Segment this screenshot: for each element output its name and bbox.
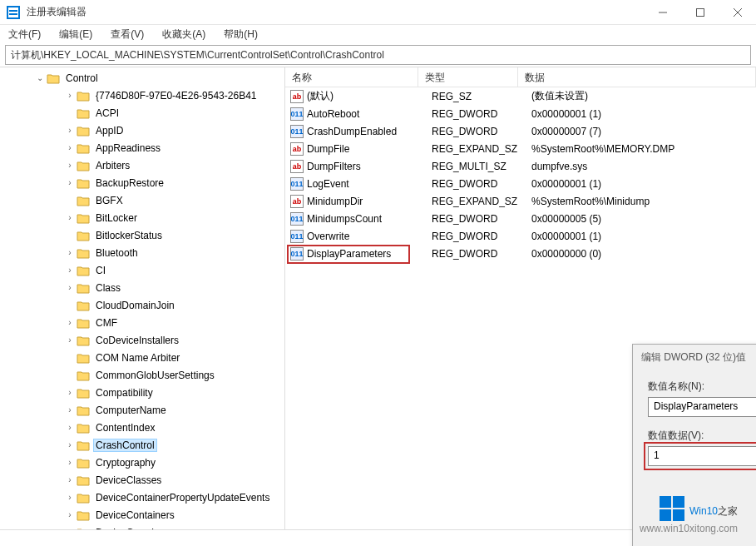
expander-icon[interactable] [65, 108, 75, 118]
tree-item[interactable]: ›ContentIndex [65, 419, 284, 436]
tree-item[interactable]: BitlockerStatus [65, 226, 284, 244]
expander-icon[interactable]: › [65, 510, 75, 520]
expander-icon[interactable]: › [65, 388, 75, 398]
windows-logo-icon [660, 496, 684, 521]
tree-item[interactable]: BGFX [65, 191, 284, 209]
tree-item[interactable]: ›CrashControl [65, 436, 284, 454]
tree-item[interactable]: ›Cryptography [65, 454, 284, 471]
tree-item[interactable]: ›Bluetooth [65, 244, 284, 261]
col-type[interactable]: 类型 [418, 67, 518, 87]
tree-item[interactable]: CloudDomainJoin [65, 296, 284, 314]
expander-icon[interactable]: ⌄ [35, 73, 45, 83]
expander-icon[interactable]: › [65, 423, 75, 433]
value-type: REG_DWORD [432, 248, 531, 260]
tree-item-label: DeviceClasses [93, 474, 164, 487]
expander-icon[interactable]: › [65, 475, 75, 485]
value-type: REG_EXPAND_SZ [432, 143, 531, 155]
tree-item[interactable]: ›CI [65, 261, 284, 279]
expander-icon[interactable] [65, 353, 75, 363]
list-row[interactable]: ab(默认)REG_SZ(数值未设置) [285, 87, 756, 105]
tree-item-label: CloudDomainJoin [93, 299, 177, 312]
folder-icon [77, 195, 90, 206]
close-button[interactable] [719, 0, 756, 25]
menu-edit[interactable]: 编辑(E) [56, 26, 96, 43]
tree-item[interactable]: ›DeviceClasses [65, 471, 284, 489]
list-row[interactable]: abMinidumpDirREG_EXPAND_SZ%SystemRoot%\M… [285, 192, 756, 210]
expander-icon[interactable]: › [65, 266, 75, 275]
tree-item[interactable]: CommonGlobUserSettings [65, 366, 284, 384]
folder-icon [77, 387, 90, 399]
tree-item-label: ACPI [93, 107, 121, 120]
folder-icon [77, 247, 90, 259]
tree-item[interactable]: COM Name Arbiter [65, 349, 284, 366]
col-name[interactable]: 名称 [285, 67, 418, 87]
tree-item[interactable]: ›{7746D80F-97E0-4E26-9543-26B41 [65, 87, 284, 104]
data-input[interactable]: 1 [648, 446, 756, 466]
tree-item-label: Cryptography [93, 456, 158, 469]
value-type: REG_DWORD [432, 126, 531, 137]
expander-icon[interactable]: › [65, 91, 75, 101]
expander-icon[interactable] [65, 196, 75, 206]
expander-icon[interactable]: › [65, 283, 75, 293]
minimize-button[interactable] [644, 0, 681, 25]
expander-icon[interactable] [65, 370, 75, 380]
expander-icon[interactable]: › [65, 440, 75, 450]
list-row[interactable]: abDumpFileREG_EXPAND_SZ%SystemRoot%\MEMO… [285, 140, 756, 157]
list-panel[interactable]: 名称 类型 数据 ab(默认)REG_SZ(数值未设置)011AutoReboo… [285, 67, 756, 529]
tree-item-label: ComputerName [93, 404, 169, 417]
address-bar[interactable]: 计算机\HKEY_LOCAL_MACHINE\SYSTEM\CurrentCon… [5, 45, 751, 65]
expander-icon[interactable]: › [65, 126, 75, 136]
expander-icon[interactable]: › [65, 318, 75, 328]
tree-item[interactable]: ›Compatibility [65, 384, 284, 401]
list-row[interactable]: 011DisplayParametersREG_DWORD0x00000000 … [285, 245, 756, 262]
folder-icon [77, 317, 90, 329]
folder-icon [77, 492, 90, 504]
tree-item[interactable]: ›AppID [65, 122, 284, 139]
dword-value-icon: 011 [290, 247, 304, 261]
tree-item[interactable]: ›DeviceContainers [65, 506, 284, 524]
expander-icon[interactable]: › [65, 248, 75, 258]
expander-icon[interactable] [65, 231, 75, 241]
tree-item[interactable]: ›ComputerName [65, 401, 284, 419]
tree-item[interactable]: ›DeviceContainerPropertyUpdateEvents [65, 489, 284, 506]
expander-icon[interactable] [65, 528, 75, 530]
maximize-button[interactable] [681, 0, 719, 25]
tree-item[interactable]: ›Class [65, 279, 284, 296]
tree-panel[interactable]: ⌄ Control ›{7746D80F-97E0-4E26-9543-26B4… [0, 67, 285, 529]
menu-view[interactable]: 查看(V) [107, 26, 147, 43]
tree-item[interactable]: ›BitLocker [65, 209, 284, 226]
expander-icon[interactable]: › [65, 335, 75, 345]
list-row[interactable]: 011OverwriteREG_DWORD0x00000001 (1) [285, 227, 756, 245]
expander-icon[interactable]: › [65, 493, 75, 503]
expander-icon[interactable]: › [65, 405, 75, 415]
tree-item[interactable]: ›Arbiters [65, 156, 284, 174]
string-value-icon: ab [290, 142, 304, 156]
expander-icon[interactable] [65, 300, 75, 310]
expander-icon[interactable]: › [65, 143, 75, 153]
list-row[interactable]: 011CrashDumpEnabledREG_DWORD0x00000007 (… [285, 122, 756, 140]
list-row[interactable]: abDumpFiltersREG_MULTI_SZdumpfve.sys [285, 157, 756, 175]
menu-file[interactable]: 文件(F) [5, 26, 44, 43]
tree-item[interactable]: ›AppReadiness [65, 139, 284, 156]
expander-icon[interactable]: › [65, 178, 75, 188]
name-input[interactable]: DisplayParameters [648, 397, 756, 417]
expander-icon[interactable]: › [65, 213, 75, 223]
dword-value-icon: 011 [290, 230, 304, 243]
value-name: DisplayParameters [307, 248, 432, 260]
expander-icon[interactable]: › [65, 161, 75, 171]
tree-item[interactable]: ›CoDeviceInstallers [65, 331, 284, 349]
list-row[interactable]: 011LogEventREG_DWORD0x00000001 (1) [285, 175, 756, 192]
list-row[interactable]: 011AutoRebootREG_DWORD0x00000001 (1) [285, 105, 756, 122]
tree-item[interactable]: ACPI [65, 104, 284, 122]
col-data[interactable]: 数据 [518, 67, 756, 87]
tree-parent[interactable]: ⌄ Control [35, 69, 284, 87]
folder-icon [77, 335, 90, 346]
expander-icon[interactable]: › [65, 458, 75, 468]
tree-item[interactable]: DeviceGuard [65, 524, 284, 529]
menu-help[interactable]: 帮助(H) [220, 26, 261, 43]
list-row[interactable]: 011MinidumpsCountREG_DWORD0x00000005 (5) [285, 210, 756, 227]
tree-item[interactable]: ›BackupRestore [65, 174, 284, 191]
menu-favorites[interactable]: 收藏夹(A) [159, 26, 209, 43]
tree-item[interactable]: ›CMF [65, 314, 284, 331]
value-type: REG_SZ [432, 91, 531, 102]
